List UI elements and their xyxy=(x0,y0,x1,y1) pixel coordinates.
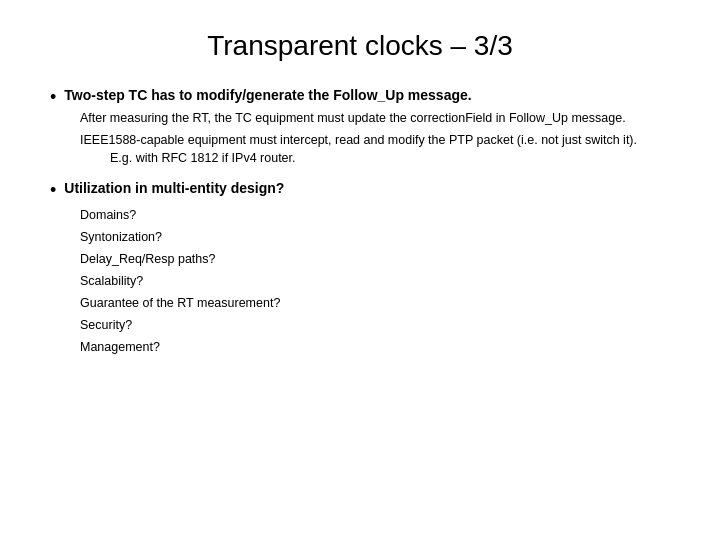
bullet-1-sub-2-section: IEEE1588-capable equipment must intercep… xyxy=(80,131,670,167)
bullet-2-text: Utilization in multi-entity design? xyxy=(64,179,284,199)
bullet-2-sub-items: Domains? Syntonization? Delay_Req/Resp p… xyxy=(80,206,670,357)
slide-title: Transparent clocks – 3/3 xyxy=(50,30,670,62)
bullet-2-sub-6: Security? xyxy=(80,316,670,334)
bullet-2-sub-5: Guarantee of the RT measurement? xyxy=(80,294,670,312)
bullet-2-sub-4: Scalability? xyxy=(80,272,670,290)
bullet-2-sub-2: Syntonization? xyxy=(80,228,670,246)
bullet-1-sub-sub-1: E.g. with RFC 1812 if IPv4 router. xyxy=(110,149,670,167)
slide: Transparent clocks – 3/3 • Two-step TC h… xyxy=(0,0,720,540)
bullet-1-section: • Two-step TC has to modify/generate the… xyxy=(50,86,670,167)
bullet-2-header: • Utilization in multi-entity design? xyxy=(50,179,670,202)
bullet-2-section: • Utilization in multi-entity design? Do… xyxy=(50,179,670,356)
bullet-1-text: Two-step TC has to modify/generate the F… xyxy=(64,86,471,106)
bullet-1-sub-1: After measuring the RT, the TC equipment… xyxy=(80,109,670,127)
bullet-1-sub-items: After measuring the RT, the TC equipment… xyxy=(80,109,670,167)
bullet-1-header: • Two-step TC has to modify/generate the… xyxy=(50,86,670,109)
bullet-1-dot: • xyxy=(50,87,56,109)
bullet-2-sub-3: Delay_Req/Resp paths? xyxy=(80,250,670,268)
bullet-2-sub-7: Management? xyxy=(80,338,670,356)
bullet-2-sub-1: Domains? xyxy=(80,206,670,224)
bullet-1-sub-2: IEEE1588-capable equipment must intercep… xyxy=(80,131,670,149)
bullet-2-dot: • xyxy=(50,180,56,202)
bullet-1-sub-sub-items: E.g. with RFC 1812 if IPv4 router. xyxy=(110,149,670,167)
content-area: • Two-step TC has to modify/generate the… xyxy=(50,86,670,356)
